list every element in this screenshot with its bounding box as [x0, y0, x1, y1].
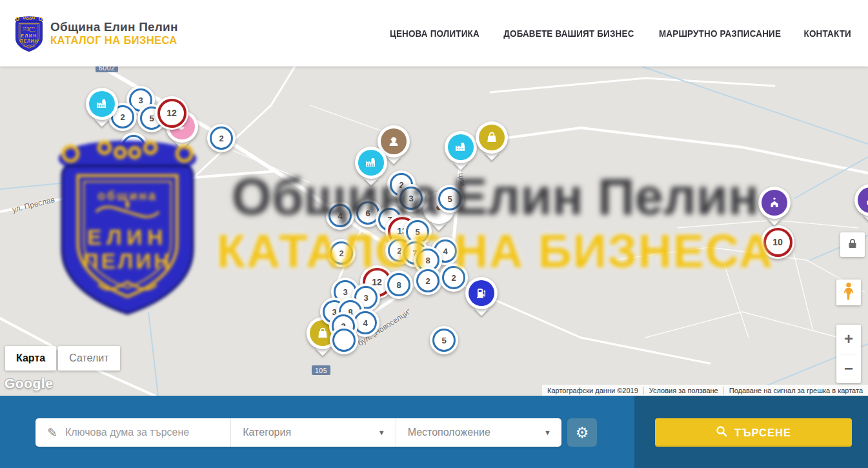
pin-disc: [465, 277, 498, 309]
church-icon: [858, 187, 868, 213]
cluster-count: 12: [157, 99, 187, 128]
factory-icon: [358, 150, 384, 176]
nav-contacts[interactable]: КОНТАКТИ: [803, 28, 851, 39]
search-button[interactable]: ТЪРСЕНЕ: [655, 418, 852, 447]
pin-disc: [758, 187, 791, 219]
cluster-marker[interactable]: 8: [385, 270, 413, 299]
road-badge: 6002: [96, 66, 118, 72]
cluster-count: 5: [432, 329, 456, 352]
search-icon: [716, 425, 727, 440]
header: община ЕЛИН ПЕЛИН Община Елин Пелин КАТА…: [0, 0, 868, 66]
pin-disc: [476, 121, 508, 154]
cluster-marker[interactable]: 2: [414, 267, 442, 295]
keyword-search-input[interactable]: [64, 426, 230, 439]
cluster-marker[interactable]: 12: [155, 96, 188, 130]
zoom-in-button[interactable]: +: [836, 325, 861, 354]
cluster-count: 2: [442, 266, 465, 289]
pegman-icon: [842, 281, 855, 304]
nav-add-your-business[interactable]: ДОБАВЕТЕ ВАШИЯТ БИЗНЕС: [503, 28, 634, 39]
map-type-control: Карта Сателит: [5, 346, 120, 371]
fuel-pin[interactable]: [465, 277, 498, 309]
pegman-control[interactable]: [836, 280, 861, 305]
main-nav: ЦЕНОВА ПОЛИТИКА ДОБАВЕТЕ ВАШИЯТ БИЗНЕС М…: [388, 0, 852, 66]
cluster-count: 4: [328, 204, 352, 227]
cluster-count: 8: [387, 273, 410, 296]
brand-title: Община Елин Пелин: [50, 20, 178, 34]
pin-disc: [854, 184, 868, 216]
fuel-icon: [469, 280, 494, 306]
cluster-count: 5: [438, 187, 461, 210]
zoom-control: + −: [836, 325, 861, 383]
factory-pin[interactable]: [445, 131, 477, 163]
pin-disc: [355, 147, 387, 179]
brand-text: Община Елин Пелин КАТАЛОГ НА БИЗНЕСА: [50, 20, 178, 46]
pin-disc: [86, 88, 118, 120]
nav-pricing-policy[interactable]: ЦЕНОВА ПОЛИТИКА: [390, 28, 479, 39]
cluster-marker[interactable]: 2: [439, 263, 468, 292]
map[interactable]: 32512222356471352274812822333843510ул. П…: [0, 66, 868, 396]
chevron-down-icon: ▼: [544, 429, 551, 436]
svg-text:ПЕЛИН: ПЕЛИН: [20, 38, 38, 43]
category-select-value: Категория: [243, 427, 378, 438]
map-attribution: Картографски данни ©2019 Условия за полз…: [542, 385, 868, 396]
factory-pin[interactable]: [86, 88, 118, 120]
map-data-copyright: Картографски данни ©2019: [542, 387, 643, 394]
brand-logo[interactable]: община ЕЛИН ПЕЛИН Община Елин Пелин КАТА…: [14, 14, 178, 53]
map-view-button[interactable]: Карта: [5, 346, 56, 371]
search-fields-group: ✎ Категория ▼ Местоположение ▼: [35, 418, 561, 447]
cluster-marker[interactable]: 3: [397, 184, 425, 212]
church-pin[interactable]: [758, 187, 791, 219]
satellite-view-button[interactable]: Сателит: [58, 346, 119, 371]
cluster-count: 2: [122, 135, 145, 158]
cluster-marker[interactable]: 2: [327, 239, 356, 267]
cluster-count: 3: [399, 187, 423, 210]
cluster-count: [332, 329, 356, 352]
pin-disc: [445, 131, 477, 163]
gear-icon: ⚙: [576, 425, 589, 440]
svg-text:ЕЛИН: ЕЛИН: [21, 33, 37, 37]
location-select[interactable]: Местоположение ▼: [396, 418, 561, 447]
crest-svg: община ЕЛИН ПЕЛИН: [14, 15, 44, 53]
factory-icon: [89, 91, 115, 117]
terms-of-use-link[interactable]: Условия за ползване: [643, 387, 723, 394]
cluster-marker[interactable]: [330, 326, 358, 354]
cluster-marker[interactable]: 4: [326, 201, 354, 230]
cluster-count: 2: [330, 241, 353, 265]
advanced-options-button[interactable]: ⚙: [567, 418, 597, 447]
lock-button[interactable]: [840, 232, 865, 257]
nav-route-schedule[interactable]: МАРШРУТНО РАЗПИСАНИЕ: [659, 28, 781, 39]
cluster-marker[interactable]: 5: [430, 326, 458, 354]
cluster-count: 2: [416, 269, 439, 292]
church-icon: [762, 190, 787, 216]
shopping-bag-icon: [479, 125, 505, 150]
zoom-out-button[interactable]: −: [836, 354, 861, 383]
google-logo[interactable]: Google: [5, 376, 53, 391]
chevron-down-icon: ▼: [378, 429, 385, 436]
factory-icon: [448, 134, 474, 160]
factory-pin[interactable]: [355, 147, 387, 179]
street-label: ции: [457, 172, 468, 187]
municipality-crest-icon: община ЕЛИН ПЕЛИН: [14, 15, 44, 53]
lock-icon: [847, 238, 858, 252]
report-map-error-link[interactable]: Подаване на сигнал за грешка в картата: [723, 387, 868, 394]
category-select[interactable]: Категория ▼: [230, 418, 395, 447]
cluster-marker[interactable]: 2: [119, 132, 148, 161]
keyword-field-wrap: ✎: [35, 418, 230, 447]
church-pin[interactable]: [854, 184, 868, 216]
cluster-count: 10: [763, 228, 792, 257]
cluster-marker[interactable]: 2: [207, 124, 236, 152]
search-button-label: ТЪРСЕНЕ: [734, 427, 791, 439]
road-badge: 105: [312, 365, 330, 375]
location-select-value: Местоположение: [408, 427, 544, 438]
cluster-marker[interactable]: 10: [761, 225, 794, 259]
cluster-count: 2: [210, 127, 233, 150]
brand-subtitle: КАТАЛОГ НА БИЗНЕСА: [50, 34, 178, 46]
pencil-icon: ✎: [47, 425, 57, 440]
cluster-marker[interactable]: 5: [436, 185, 464, 213]
shopping-bag-pin[interactable]: [476, 121, 508, 154]
page: 32512222356471352274812822333843510ул. П…: [0, 0, 868, 468]
